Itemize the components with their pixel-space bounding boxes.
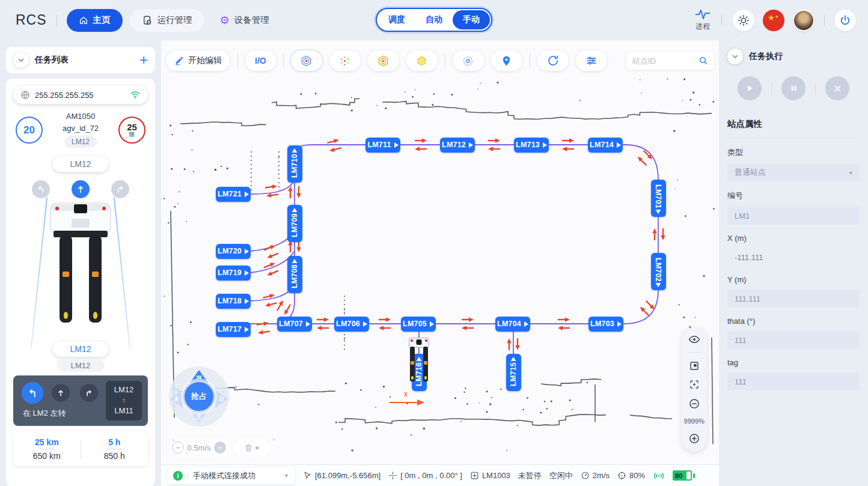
current-station-pill: LM12 [53, 341, 108, 357]
clear-button[interactable]: ▶ [234, 439, 269, 457]
speed-decrease-button[interactable]: − [172, 442, 184, 454]
station-node-LM707[interactable]: LM707 [277, 317, 312, 332]
station-node-LM719[interactable]: LM719 [216, 266, 251, 281]
hours-stat: 5 h 850 h [81, 437, 148, 461]
layer-pointcloud-button[interactable] [329, 50, 361, 71]
field-input: -111.111 [727, 248, 860, 266]
start-edit-button[interactable]: 开始编辑 [166, 50, 230, 71]
station-node-LM712[interactable]: LM712 [440, 138, 475, 153]
manual-joystick: w A D S 抢占 [169, 366, 229, 427]
nav-item-home[interactable]: 主页 [67, 9, 123, 32]
monitor-gear-icon [142, 15, 153, 26]
navbar-right: 进程 ★★ [695, 8, 856, 32]
layer-laser-button[interactable] [453, 50, 484, 71]
speed-increase-button[interactable]: + [214, 442, 226, 454]
seize-control-button[interactable]: 抢占 [183, 380, 215, 413]
x-axis-label: x [404, 390, 408, 398]
nav-item-device[interactable]: ⚙ 设备管理 [208, 9, 281, 32]
turn-right-icon[interactable] [111, 180, 129, 198]
divider [721, 15, 722, 26]
language-flag-button[interactable]: ★★ [763, 10, 784, 31]
zoom-level: 9999% [684, 418, 704, 425]
station-node-LM704[interactable]: LM704 [495, 317, 530, 332]
station-node-LM710[interactable]: LM710 [287, 145, 302, 183]
station-node-LM705[interactable]: LM705 [401, 317, 436, 332]
station-node-LM708[interactable]: LM708 [287, 256, 302, 293]
vehicle-info-row: 20 AM1050 agv_id_72 LM12 25 限 [13, 112, 148, 148]
field-input[interactable]: 111.111 [727, 290, 860, 308]
zoom-out-button[interactable] [688, 398, 700, 410]
layer-reflector-button[interactable] [291, 50, 322, 71]
vehicle-model: AM1050 [66, 112, 95, 121]
tab-manual[interactable]: 手动 [453, 10, 490, 29]
layer-hex-area-button[interactable] [406, 50, 438, 71]
vehicle-stats: 25 km 650 km 5 h 850 h [13, 432, 148, 466]
center-focus-button[interactable] [689, 379, 700, 390]
search-icon[interactable] [698, 56, 708, 65]
station-node-LM711[interactable]: LM711 [365, 138, 400, 153]
io-button[interactable]: I/O [245, 50, 276, 71]
station-node-LM702[interactable]: LM702 [651, 253, 666, 290]
station-node-LM715[interactable]: LM715 [506, 354, 521, 391]
filter-button[interactable] [576, 50, 607, 71]
laser-scan-icon [462, 55, 474, 67]
station-node-LM721[interactable]: LM721 [216, 187, 251, 202]
power-button[interactable] [834, 10, 856, 31]
connection-status[interactable]: i 手动模式连接成功 ▼ [167, 467, 295, 484]
start-edit-label: 开始编辑 [188, 55, 222, 66]
target-icon [617, 471, 626, 480]
field-label: X (m) [727, 234, 860, 243]
route-box: LM12 ↑ LM11 [106, 381, 142, 421]
layer-station-button[interactable] [491, 50, 522, 71]
field-input[interactable]: LM1 [727, 207, 860, 225]
station-node-LM718[interactable]: LM718 [216, 294, 251, 309]
collapse-button[interactable] [727, 49, 743, 64]
layer-hex-target-button[interactable] [368, 50, 399, 71]
station-node-LM703[interactable]: LM703 [588, 317, 623, 332]
agv-robot-sprite[interactable] [409, 338, 429, 348]
play-button[interactable] [738, 76, 762, 100]
field-label: Y (m) [727, 275, 860, 284]
straight-icon[interactable] [72, 180, 90, 198]
battery-indicator: 80 [673, 470, 692, 481]
scatter-dots-icon [338, 55, 351, 67]
tab-auto[interactable]: 自动 [415, 10, 453, 29]
tab-dispatch[interactable]: 调度 [378, 10, 415, 29]
process-button[interactable]: 进程 [695, 8, 711, 32]
station-node-LM714[interactable]: LM714 [588, 138, 623, 153]
nav-item-operation[interactable]: 运行管理 [130, 9, 204, 32]
expand-icon: ▶ [256, 445, 260, 451]
progress-status: 80% [617, 471, 645, 480]
top-navbar: RCS 主页 运行管理 ⚙ 设备管理 调度 自动 手动 进程 ★★ [0, 0, 868, 40]
station-node-LM706[interactable]: LM706 [334, 317, 369, 332]
field-input[interactable]: 111 [727, 331, 860, 349]
map-canvas[interactable]: 开始编辑 I/O [161, 40, 719, 486]
field-select[interactable]: 普通站点▾ [727, 163, 860, 181]
pause-button[interactable] [781, 76, 805, 100]
visibility-button[interactable] [688, 335, 700, 344]
station-node-LM701[interactable]: LM701 [651, 180, 666, 217]
status-bar: i 手动模式连接成功 ▼ [61.099m,-5.656m] [ 0m , 0m… [161, 464, 719, 486]
navigation-hint-panel: 在 LM2 左转 LM12 ↑ LM11 [13, 375, 148, 426]
collapse-button[interactable] [13, 52, 29, 68]
station-node-LM709[interactable]: LM709 [287, 205, 302, 242]
divider [188, 472, 188, 480]
station-search-input[interactable] [632, 56, 695, 65]
station-node-LM713[interactable]: LM713 [514, 138, 549, 153]
station-node-LM720[interactable]: LM720 [216, 244, 251, 259]
turn-left-icon[interactable] [32, 180, 50, 198]
add-task-button[interactable]: + [139, 53, 148, 67]
straight-icon [52, 384, 70, 402]
cursor-position: [61.099m,-5.656m] [303, 471, 381, 480]
vehicle-ip-row[interactable]: 255.255.255.255 [13, 86, 148, 104]
robot-fork [423, 347, 428, 381]
station-node-LM717[interactable]: LM717 [216, 322, 251, 337]
minimap-button[interactable] [689, 360, 700, 371]
robot-fork [410, 347, 415, 381]
cancel-button[interactable] [825, 76, 849, 100]
theme-toggle-button[interactable] [733, 10, 754, 31]
refresh-button[interactable] [537, 50, 569, 71]
zoom-in-button[interactable] [688, 433, 700, 445]
avatar[interactable] [793, 10, 815, 31]
field-input[interactable]: 111 [727, 372, 860, 390]
